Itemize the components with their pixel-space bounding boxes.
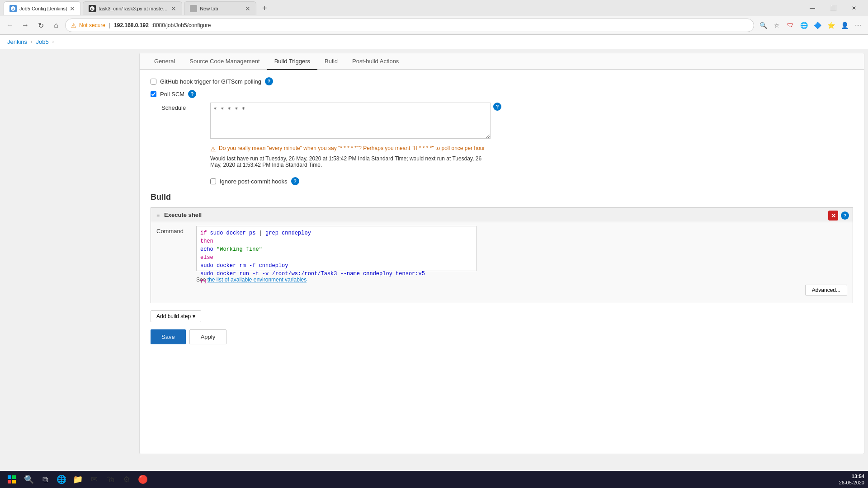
execute-shell-block: ≡ Execute shell ✕ ? Command if sudo dock… [151, 207, 853, 303]
main-area: General Source Code Management Build Tri… [0, 49, 868, 458]
profile-icon[interactable]: 👤 [838, 19, 851, 32]
shield-icon[interactable]: 🛡 [784, 19, 797, 32]
tab-scm[interactable]: Source Code Management [182, 53, 267, 70]
schedule-help[interactable]: ? [493, 103, 501, 111]
tab3-close[interactable]: ✕ [245, 5, 250, 12]
command-row: Command if sudo docker ps | grep cnndepl… [156, 226, 847, 283]
jenkins-nav: Jenkins › Job5 › [0, 35, 868, 49]
schedule-label: Schedule [161, 103, 207, 111]
env-vars-link[interactable]: the list of available environment variab… [208, 277, 307, 283]
breadcrumb-sep1: › [31, 39, 32, 44]
shell-help-container: ? [841, 211, 849, 220]
tab-general[interactable]: General [147, 53, 182, 70]
ignore-hooks-checkbox[interactable] [210, 178, 216, 184]
new-tab-button[interactable]: + [258, 2, 271, 14]
command-textarea[interactable]: if sudo docker ps | grep cnndeploy then … [196, 226, 476, 271]
build-section-heading: Build [151, 192, 853, 202]
tab2-close[interactable]: ✕ [171, 5, 176, 12]
ignore-hooks-help[interactable]: ? [291, 177, 299, 185]
action-buttons: Save Apply [151, 329, 853, 352]
ignore-hooks-label: Ignore post-commit hooks [220, 178, 288, 185]
delete-shell-button[interactable]: ✕ [828, 211, 838, 221]
poll-scm-checkbox[interactable] [151, 91, 156, 97]
config-panel: General Source Code Management Build Tri… [139, 53, 864, 454]
env-vars-prefix: See [196, 277, 208, 283]
reload-button[interactable]: ↻ [34, 19, 47, 32]
svg-text:G: G [91, 7, 94, 10]
tab3-title: New tab [200, 6, 242, 11]
github-hook-help[interactable]: ? [265, 77, 273, 85]
schedule-row: Schedule * * * * * ? ⚠ Do you really mea… [161, 103, 853, 185]
browser-actions: 🔍 ☆ 🛡 🌐 🔷 ⭐ 👤 ⋯ [757, 19, 864, 32]
breadcrumb-job5[interactable]: Job5 [36, 38, 48, 45]
add-build-step-row: Add build step ▾ [151, 310, 853, 322]
tab-github[interactable]: G task3_cnn/Task3.py at master · ra... ✕ [83, 1, 182, 15]
cmd-line-4: else [200, 253, 472, 262]
address-bar: ← → ↻ ⌂ ⚠ Not secure | 192.168.0.192 :80… [0, 16, 868, 34]
advanced-button[interactable]: Advanced... [805, 285, 847, 296]
close-button[interactable]: ✕ [844, 0, 864, 16]
poll-scm-row: Poll SCM ? [151, 90, 853, 98]
cmd-line-3: echo "Working fine" [200, 245, 472, 253]
star-icon[interactable]: ☆ [770, 19, 783, 32]
lock-icon: ⚠ [71, 22, 76, 29]
tab-build-triggers[interactable]: Build Triggers [267, 53, 317, 70]
breadcrumb-jenkins[interactable]: Jenkins [7, 38, 27, 45]
tab-content: GitHub hook trigger for GITScm polling ?… [140, 70, 864, 359]
cmd-line-1: if sudo docker ps | grep cnndeploy [200, 229, 472, 237]
schedule-warning-box: ⚠ Do you really mean "every minute" when… [210, 143, 491, 168]
url-separator: | [109, 22, 110, 28]
shell-help-icon[interactable]: ? [841, 211, 849, 220]
svg-text:J: J [12, 7, 14, 10]
maximize-button[interactable]: ⬜ [823, 0, 844, 16]
poll-scm-help[interactable]: ? [188, 90, 196, 98]
more-icon[interactable]: ⋯ [852, 19, 864, 32]
warning-triangle-icon: ⚠ [210, 145, 216, 153]
title-bar: J Job5 Config [Jenkins] ✕ G task3_cnn/Ta… [0, 0, 868, 16]
shell-body: Command if sudo docker ps | grep cnndepl… [151, 222, 853, 303]
add-build-step-button[interactable]: Add build step ▾ [151, 310, 201, 322]
add-build-step-label: Add build step [156, 313, 191, 319]
url-bar[interactable]: ⚠ Not secure | 192.168.0.192 :8080/job/J… [65, 19, 754, 32]
window-controls: — ⬜ ✕ [802, 0, 864, 16]
next-run-text: Would last have run at Tuesday, 26 May, … [210, 155, 491, 168]
cmd-line-2: then [200, 237, 472, 245]
dropdown-arrow-icon: ▾ [193, 313, 195, 319]
command-label: Command [156, 226, 193, 235]
tab1-close[interactable]: ✕ [70, 5, 75, 12]
back-button[interactable]: ← [4, 19, 16, 32]
shell-header: ≡ Execute shell [151, 208, 853, 222]
minimize-button[interactable]: — [802, 0, 823, 16]
shell-title: Execute shell [164, 211, 202, 218]
extension-icon[interactable]: 🔷 [811, 19, 824, 32]
tab1-title: Job5 Config [Jenkins] [19, 6, 67, 11]
cmd-line-5: sudo docker rm -f cnndeploy [200, 262, 472, 270]
env-vars-link-row: See the list of available environment va… [196, 277, 476, 283]
url-path: :8080/job/Job5/configure [151, 22, 211, 28]
github-hook-checkbox[interactable] [151, 79, 156, 84]
globe-icon[interactable]: 🌐 [797, 19, 810, 32]
github-hook-label: GitHub hook trigger for GITScm polling [160, 78, 261, 85]
schedule-warning: ⚠ Do you really mean "every minute" when… [210, 143, 491, 155]
config-tabs: General Source Code Management Build Tri… [140, 53, 864, 70]
url-security-text: Not secure [79, 22, 105, 28]
apply-button[interactable]: Apply [189, 329, 227, 344]
url-domain: 192.168.0.192 [114, 22, 149, 28]
tab2-title: task3_cnn/Task3.py at master · ra... [99, 6, 168, 11]
search-icon[interactable]: 🔍 [757, 19, 769, 32]
poll-scm-label: Poll SCM [160, 91, 184, 98]
tab-new[interactable]: New tab ✕ [184, 1, 256, 15]
warning-text: Do you really mean "every minute" when y… [219, 145, 485, 151]
tab-build[interactable]: Build [317, 53, 345, 70]
save-button[interactable]: Save [151, 329, 186, 344]
tab-post-build[interactable]: Post-build Actions [345, 53, 406, 70]
breadcrumb-sep2: › [52, 39, 54, 44]
drag-handle-icon[interactable]: ≡ [156, 212, 160, 218]
collections-icon[interactable]: ⭐ [825, 19, 837, 32]
ignore-hooks-row: Ignore post-commit hooks ? [210, 177, 501, 185]
schedule-textarea[interactable]: * * * * * [210, 103, 491, 139]
forward-button[interactable]: → [19, 19, 32, 32]
github-hook-row: GitHub hook trigger for GITScm polling ? [151, 77, 853, 85]
tab-job5-config[interactable]: J Job5 Config [Jenkins] ✕ [4, 1, 81, 15]
home-button[interactable]: ⌂ [50, 19, 62, 32]
